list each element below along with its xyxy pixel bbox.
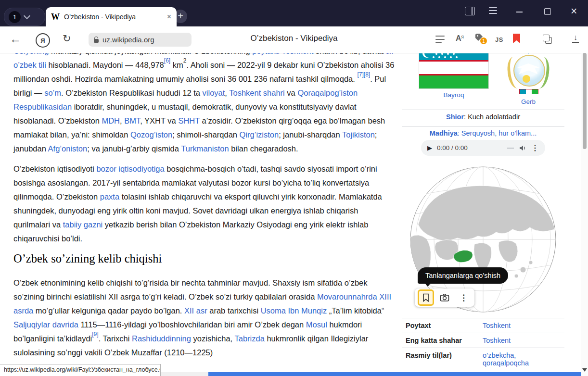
motto-label-link[interactable]: Shior xyxy=(446,113,464,121)
tab-group-badge: 1 xyxy=(9,11,21,23)
article-paragraph: O’zbek etnonimining kelib chiqishi to’g’… xyxy=(13,276,396,360)
article-link[interactable]: MDH xyxy=(102,116,120,125)
article-link[interactable]: so’m xyxy=(44,88,61,97)
article-link[interactable]: Qirg’iziston xyxy=(240,130,279,139)
anthem-title-link[interactable]: : Serquyosh, hur o’lkam... xyxy=(458,129,537,137)
article-link[interactable]: viloyat xyxy=(203,88,225,97)
wikipedia-favicon: W xyxy=(51,12,60,22)
chevron-down-icon xyxy=(24,13,30,19)
article-link[interactable]: paxta xyxy=(100,192,119,201)
row-label: Poytaxt xyxy=(406,322,479,329)
image-search-button[interactable] xyxy=(436,289,453,306)
translate-icon[interactable]: Aя xyxy=(456,34,464,43)
article-link[interactable]: tabiiy gazni xyxy=(63,220,103,229)
vertical-scrollbar-thumb[interactable] xyxy=(583,53,587,149)
more-actions-button[interactable]: ⋮ xyxy=(456,289,472,306)
flag-caption-link[interactable]: Bayroq xyxy=(419,91,488,99)
reference-link[interactable]: [6] xyxy=(164,57,170,64)
address-bar[interactable]: uz.wikipedia.org xyxy=(89,33,192,47)
volume-icon[interactable] xyxy=(519,144,526,152)
badge-count: 1 xyxy=(480,38,487,44)
row-value-link[interactable]: o’zbekcha, qoraqalpoqcha xyxy=(479,351,561,367)
article-body: Osiyoning markaziy qismida joylashgan ma… xyxy=(13,44,396,366)
link-preview-statusbar: https://uz.wikipedia.org/wiki/Fayl:Узбек… xyxy=(0,364,161,376)
article-paragraph: O’zbekiston iqtisodiyoti bozor iqtisodiy… xyxy=(13,162,396,246)
table-row: Rasmiy til(lar) o’zbekcha, qoraqalpoqcha xyxy=(402,348,564,370)
horizontal-scrollbar-thumb[interactable] xyxy=(208,372,581,376)
row-value-link[interactable]: Toshkent xyxy=(479,337,561,344)
article-link[interactable]: Afg’oniston xyxy=(48,144,88,153)
infobox-table: Poytaxt Toshkent Eng katta shahar Toshke… xyxy=(402,318,564,370)
table-row: Poytaxt Toshkent xyxy=(402,318,564,333)
article-paragraph: Osiyoning markaziy qismida joylashgan ma… xyxy=(13,44,396,156)
article-link[interactable]: Tojikiston xyxy=(342,130,375,139)
tab-title: O’zbekiston - Vikipediya xyxy=(64,13,163,21)
refresh-button[interactable]: ↻ xyxy=(63,33,71,44)
article-link[interactable]: Saljuqiylar davrida xyxy=(13,320,78,329)
offers-tag-icon[interactable]: 1 xyxy=(475,34,484,42)
divider xyxy=(402,110,564,110)
section-heading: O’zbek so’zining kelib chiqishi xyxy=(13,252,396,269)
maximize-button[interactable] xyxy=(544,8,551,15)
play-button[interactable]: ▶ xyxy=(427,144,432,151)
article-link[interactable]: Rashiduddinning xyxy=(132,334,191,343)
article-link[interactable]: Usoma Ibn Munqiz xyxy=(261,306,327,315)
window-titlebar: 1 W O’zbekiston - Vikipediya × + × xyxy=(0,0,588,26)
row-label: Eng katta shahar xyxy=(406,337,479,344)
js-toggle-icon[interactable]: JS xyxy=(495,36,503,43)
sidebar-panel-icon[interactable] xyxy=(465,7,475,15)
browser-window: 1 W O’zbekiston - Vikipediya × + × ← Я ↻… xyxy=(0,0,588,376)
horizontal-scrollbar[interactable] xyxy=(161,372,581,376)
audio-menu-icon[interactable]: ⋮ xyxy=(531,143,539,152)
download-icon[interactable]: ↓ xyxy=(572,33,579,43)
motto-text: : Kuch adolatdadir xyxy=(464,113,520,121)
article-link[interactable]: Mosul xyxy=(306,320,327,329)
divider xyxy=(402,126,564,126)
image-action-bar: ⋮ xyxy=(415,288,474,307)
tab-group-switcher[interactable]: 1 xyxy=(4,8,45,26)
menu-icon[interactable] xyxy=(489,7,497,14)
audio-seekbar[interactable] xyxy=(507,148,514,149)
tabs-panel-icon[interactable] xyxy=(543,35,551,43)
audio-player[interactable]: ▶ 0:00 / 0:00 ⋮ xyxy=(421,140,545,156)
yandex-icon[interactable]: Я xyxy=(36,33,50,48)
article-link[interactable]: Toshkent shahri xyxy=(229,88,285,97)
browser-toolbar: ← Я ↻ uz.wikipedia.org O’zbekiston - Vik… xyxy=(0,26,588,53)
anthem-row: Madhiya: Serquyosh, hur o’lkam... xyxy=(402,129,564,137)
anthem-label-link[interactable]: Madhiya xyxy=(430,129,458,137)
scroll-down-arrow-icon[interactable] xyxy=(582,368,587,372)
bookmark-flag-icon[interactable] xyxy=(513,34,520,43)
browser-tab[interactable]: W O’zbekiston - Vikipediya × xyxy=(46,7,177,26)
reader-mode-icon[interactable] xyxy=(435,36,445,43)
article-link[interactable]: Tabrizda xyxy=(234,334,264,343)
article-link[interactable]: Qozog’iston xyxy=(130,130,172,139)
site-url: uz.wikipedia.org xyxy=(102,36,154,44)
motto-row: Shior: Kuch adolatdadir xyxy=(402,113,564,121)
article-link[interactable]: Turkmaniston xyxy=(181,144,229,153)
minimize-button[interactable] xyxy=(516,12,523,13)
reference-link[interactable]: [9] xyxy=(92,331,98,338)
tooltip: Tanlanganlarga qo’shish xyxy=(418,267,508,284)
article-link[interactable]: bozor iqtisodiyotiga xyxy=(96,164,164,173)
add-to-favorites-button[interactable] xyxy=(418,289,434,306)
back-button[interactable]: ← xyxy=(10,32,21,46)
window-close-button[interactable]: × xyxy=(571,5,577,17)
article-link[interactable]: XII asr xyxy=(184,306,207,315)
tab-close-icon[interactable]: × xyxy=(167,13,171,21)
audio-time: 0:00 / 0:00 xyxy=(437,144,468,151)
reference-link[interactable]: [7][8] xyxy=(357,71,370,78)
table-row: Eng katta shahar Toshkent xyxy=(402,333,564,348)
emblem-caption-link[interactable]: Gerb xyxy=(493,98,563,105)
article-link[interactable]: BMT xyxy=(124,116,140,125)
row-label: Rasmiy til(lar) xyxy=(406,351,479,367)
row-value-link[interactable]: Toshkent xyxy=(479,322,561,329)
lock-icon xyxy=(94,39,99,43)
vertical-scrollbar[interactable] xyxy=(581,53,588,376)
page-title: O’zbekiston - Vikipediya xyxy=(192,34,396,43)
uzbekistan-emblem-image[interactable] xyxy=(507,49,550,95)
article-link[interactable]: SHHT xyxy=(178,116,200,125)
